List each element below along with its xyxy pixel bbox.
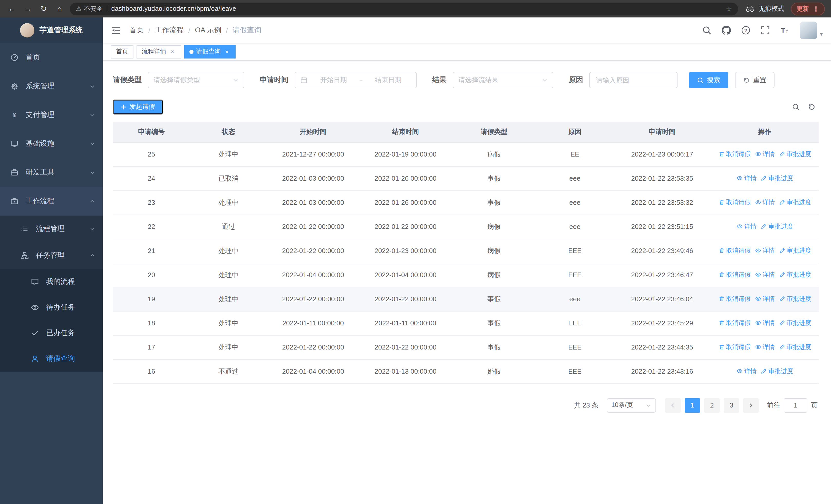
page-button-3[interactable]: 3: [724, 398, 739, 412]
detail-link[interactable]: 详情: [755, 343, 775, 352]
page-button-1[interactable]: 1: [685, 398, 700, 412]
reason-input[interactable]: [596, 76, 671, 84]
approval-progress-link[interactable]: 审批进度: [779, 295, 811, 303]
approval-progress-link[interactable]: 审批进度: [779, 246, 811, 255]
browser-home-icon[interactable]: ⌂: [54, 3, 65, 14]
approval-progress-link[interactable]: 审批进度: [779, 343, 811, 352]
sidebar-item-task-mgmt[interactable]: 任务管理: [0, 242, 103, 269]
sidebar-item-payment[interactable]: ¥ 支付管理: [0, 100, 103, 129]
security-warning[interactable]: ⚠ 不安全: [76, 4, 103, 13]
detail-link[interactable]: 详情: [737, 222, 756, 231]
cell-actions: 详情审批进度: [711, 359, 819, 383]
approval-progress-link[interactable]: 审批进度: [779, 270, 811, 279]
approval-progress-link[interactable]: 审批进度: [761, 367, 793, 376]
detail-link[interactable]: 详情: [755, 295, 775, 303]
cancel-leave-link[interactable]: 取消请假: [718, 246, 751, 255]
tab-process-detail[interactable]: 流程详情 ×: [137, 45, 181, 58]
result-select[interactable]: 请选择流结果: [453, 72, 553, 88]
cell-status: 处理中: [190, 190, 267, 214]
cell-reason: eee: [536, 166, 613, 190]
search-button[interactable]: 搜索: [689, 72, 728, 88]
browser-forward-icon[interactable]: →: [22, 3, 33, 14]
sidebar-item-label: 基础设施: [26, 139, 89, 148]
browser-menu-icon[interactable]: ⋮: [812, 5, 819, 12]
url-text[interactable]: dashboard.yudao.iocoder.cn/bpm/oa/leave: [111, 5, 722, 12]
update-label: 更新: [797, 4, 809, 13]
monitor-icon: [10, 140, 19, 148]
page-button-2[interactable]: 2: [704, 398, 720, 412]
pagination: 共 23 条 10条/页 1 2 3: [113, 398, 819, 412]
detail-link[interactable]: 详情: [755, 319, 775, 327]
approval-progress-link[interactable]: 审批进度: [779, 198, 811, 207]
sidebar-item-process-mgmt[interactable]: 流程管理: [0, 215, 103, 242]
active-tab-dot: [190, 50, 194, 54]
create-leave-button[interactable]: 发起请假: [113, 99, 163, 114]
sidebar-item-todo-tasks[interactable]: 待办任务: [0, 295, 103, 320]
page-size-select[interactable]: 10条/页: [607, 398, 656, 412]
browser-back-icon[interactable]: ←: [6, 3, 18, 14]
chevron-down-icon: [645, 402, 651, 408]
cell-reason: EEE: [536, 239, 613, 263]
cancel-leave-link[interactable]: 取消请假: [718, 343, 751, 352]
tab-home[interactable]: 首页: [111, 45, 134, 58]
sidebar-item-infra[interactable]: 基础设施: [0, 129, 103, 158]
detail-link[interactable]: 详情: [755, 246, 775, 255]
cancel-leave-link[interactable]: 取消请假: [718, 319, 751, 327]
browser-reload-icon[interactable]: ↻: [38, 3, 49, 14]
breadcrumb-item[interactable]: 工作流程: [155, 26, 184, 35]
tab-leave-query[interactable]: 请假查询 ×: [184, 45, 236, 58]
approval-progress-link[interactable]: 审批进度: [761, 222, 793, 231]
help-icon[interactable]: ?: [741, 26, 751, 35]
close-icon[interactable]: ×: [169, 48, 176, 55]
sidebar-item-done-tasks[interactable]: 已办任务: [0, 320, 103, 346]
approval-progress-link[interactable]: 审批进度: [779, 150, 811, 158]
date-range-picker[interactable]: 开始日期 - 结束日期: [295, 72, 417, 88]
cell-actions: 取消请假详情审批进度: [711, 239, 819, 263]
cancel-leave-link[interactable]: 取消请假: [718, 295, 751, 303]
sidebar-item-devtools[interactable]: 研发工具: [0, 158, 103, 187]
prev-page-button[interactable]: [665, 398, 681, 412]
github-icon[interactable]: [722, 26, 731, 35]
cell-type: 事假: [452, 166, 536, 190]
sidebar-item-home[interactable]: 首页: [0, 43, 103, 72]
goto-page-input[interactable]: [784, 398, 807, 412]
sidebar-item-system[interactable]: 系统管理: [0, 72, 103, 100]
cell-reason: eee: [536, 287, 613, 311]
sidebar-logo[interactable]: 芋道管理系统: [0, 18, 103, 43]
detail-link[interactable]: 详情: [737, 367, 756, 376]
cell-reason: eee: [536, 214, 613, 239]
breadcrumb-item[interactable]: 首页: [130, 26, 144, 35]
detail-link[interactable]: 详情: [737, 174, 756, 183]
leave-type-select[interactable]: 请选择请假类型: [148, 72, 244, 88]
hamburger-icon[interactable]: [111, 25, 121, 35]
cell-actions: 取消请假详情审批进度: [711, 311, 819, 335]
bookmark-star-icon[interactable]: ☆: [726, 5, 732, 12]
approval-progress-link[interactable]: 审批进度: [779, 319, 811, 327]
avatar[interactable]: [800, 22, 818, 39]
fullscreen-icon[interactable]: [761, 26, 770, 35]
close-icon[interactable]: ×: [223, 48, 230, 55]
refresh-icon[interactable]: [808, 103, 815, 111]
breadcrumb-item[interactable]: OA 示例: [195, 26, 222, 35]
detail-link[interactable]: 详情: [755, 150, 775, 158]
address-bar[interactable]: ⚠ 不安全 dashboard.yudao.iocoder.cn/bpm/oa/…: [70, 2, 738, 15]
cancel-leave-link[interactable]: 取消请假: [718, 150, 751, 158]
cancel-leave-link[interactable]: 取消请假: [718, 198, 751, 207]
sidebar-item-workflow[interactable]: 工作流程: [0, 187, 103, 215]
sidebar-menu: 首页 系统管理 ¥: [0, 43, 103, 504]
user-menu[interactable]: ▾: [800, 22, 823, 39]
approval-progress-link[interactable]: 审批进度: [761, 174, 793, 183]
cell-id: 17: [113, 335, 190, 359]
update-button[interactable]: 更新 ⋮: [791, 2, 825, 15]
detail-link[interactable]: 详情: [755, 198, 775, 207]
font-size-icon[interactable]: T T: [780, 26, 790, 35]
cell-actions: 取消请假详情审批进度: [711, 335, 819, 359]
search-icon[interactable]: [703, 26, 712, 35]
sidebar-item-leave-query[interactable]: 请假查询: [0, 346, 103, 372]
cancel-leave-link[interactable]: 取消请假: [718, 270, 751, 279]
detail-link[interactable]: 详情: [755, 270, 775, 279]
reset-button[interactable]: 重置: [735, 72, 775, 88]
sidebar-item-my-process[interactable]: 我的流程: [0, 269, 103, 295]
toggle-search-icon[interactable]: [792, 103, 800, 111]
next-page-button[interactable]: [743, 398, 758, 412]
